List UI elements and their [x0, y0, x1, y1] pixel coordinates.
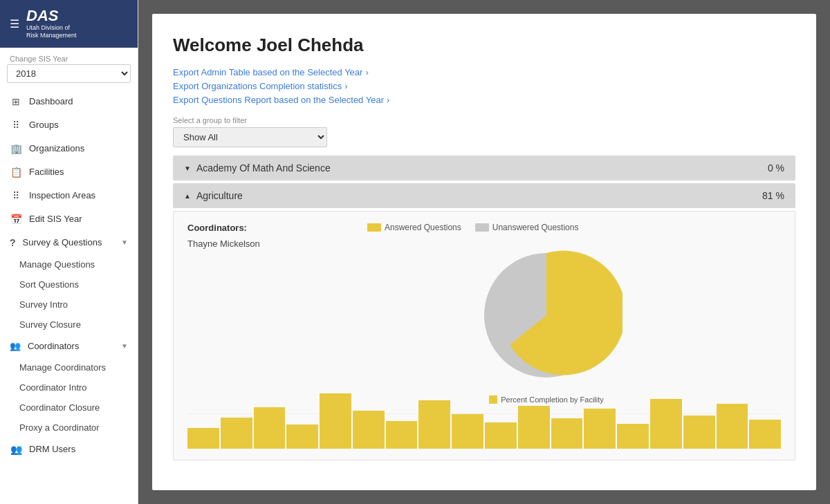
sidebar-sub-manage-coordinators[interactable]: Manage Coordinators [0, 357, 138, 377]
sidebar-item-label: Organizations [29, 143, 84, 153]
filter-label: Select a group to filter [173, 116, 795, 124]
bar-col [386, 421, 418, 449]
sidebar-sub-sort-questions[interactable]: Sort Questions [0, 274, 138, 295]
sidebar-item-label: Dashboard [29, 96, 73, 106]
bar-col [650, 399, 682, 449]
sidebar-item-groups[interactable]: ⠿ Groups [0, 113, 138, 137]
bar-col [187, 428, 219, 449]
bar-col [749, 420, 781, 449]
accordion-row-agriculture[interactable]: ▲ Agriculture 81 % [173, 183, 795, 208]
coordinator-name: Thayne Mickelson [187, 239, 298, 249]
accordion-label: Academy Of Math And Science [196, 162, 331, 174]
legend-answered-color [367, 223, 381, 232]
accordion-expanded-agriculture: Coordinators: Thayne Mickelson Answered … [173, 211, 795, 460]
legend-unanswered: Unanswered Questions [475, 223, 579, 232]
welcome-title: Welcome Joel Chehda [173, 35, 795, 56]
bar-col [584, 409, 616, 449]
sidebar: ☰ DAS Utah Division of Risk Management C… [0, 0, 138, 504]
coordinators-section-left: 👥 Coordinators [10, 341, 79, 351]
sidebar-sub-proxy-coordinator[interactable]: Proxy a Coordinator [0, 418, 138, 438]
sidebar-section-survey[interactable]: ? Survey & Questions ▼ [0, 231, 138, 254]
bar-col [254, 407, 286, 449]
sidebar-item-label: Inspection Areas [29, 190, 95, 200]
group-filter-select[interactable]: Show All Academy Of Math And Science Agr… [173, 127, 327, 147]
accordion-collapse-icon: ▼ [184, 165, 191, 172]
sidebar-sub-coordinator-closure[interactable]: Coordinator Closure [0, 398, 138, 418]
sidebar-item-label: Facilities [29, 167, 64, 177]
accordion-percent: 0 % [768, 162, 784, 174]
bar-col [418, 400, 450, 449]
coordinators-icon: 👥 [10, 341, 21, 351]
drm-users-label: DRM Users [29, 444, 75, 454]
filter-section: Select a group to filter Show All Academ… [173, 116, 795, 147]
sidebar-item-inspection-areas[interactable]: ⠿ Inspection Areas [0, 184, 138, 207]
sidebar-item-label: Edit SIS Year [29, 214, 82, 224]
pie-legend: Percent Completion by Facility [489, 395, 604, 404]
drm-users-icon: 👥 [10, 444, 22, 455]
accordion-label: Agriculture [196, 190, 243, 201]
pie-chart [470, 239, 622, 391]
export-link-questions[interactable]: Export Questions Report based on the Sel… [173, 95, 795, 105]
sidebar-item-edit-sis-year[interactable]: 📅 Edit SIS Year [0, 207, 138, 231]
export-link-admin[interactable]: Export Admin Table based on the Selected… [173, 67, 795, 77]
coordinators-title: Coordinators: [187, 223, 298, 233]
logo: DAS Utah Division of Risk Management [26, 8, 77, 39]
survey-section-left: ? Survey & Questions [10, 237, 102, 248]
logo-subtitle: Utah Division of Risk Management [26, 24, 77, 39]
hamburger-icon[interactable]: ☰ [10, 17, 19, 30]
coordinators-section: Coordinators: Thayne Mickelson [187, 223, 298, 249]
facilities-icon: 📋 [10, 167, 22, 178]
survey-section-label: Survey & Questions [23, 237, 102, 248]
sis-year-select[interactable]: 2018 2017 2016 [7, 64, 131, 83]
bar-col [485, 422, 517, 449]
bar-col [221, 418, 252, 449]
sidebar-sub-coordinator-intro[interactable]: Coordinator Intro [0, 377, 138, 398]
sidebar-item-organizations[interactable]: 🏢 Organizations [0, 137, 138, 160]
inspection-areas-icon: ⠿ [10, 190, 22, 201]
bottom-bar [187, 421, 781, 449]
sidebar-sub-manage-questions[interactable]: Manage Questions [0, 254, 138, 274]
logo-das: DAS [26, 8, 77, 24]
main-wrapper: Welcome Joel Chehda Export Admin Table b… [138, 0, 830, 504]
legend-unanswered-color [475, 223, 489, 232]
bar-col [286, 424, 318, 449]
main-card: Welcome Joel Chehda Export Admin Table b… [152, 14, 816, 490]
chart-legend: Answered Questions Unanswered Questions [367, 223, 578, 232]
bar-col [617, 424, 649, 449]
chevron-right-icon: › [387, 95, 389, 105]
accordion-percent: 81 % [762, 190, 784, 201]
legend-answered: Answered Questions [367, 223, 461, 232]
bar-col [717, 404, 748, 449]
main-outer: Welcome Joel Chehda Export Admin Table b… [138, 0, 830, 504]
chart-section: Answered Questions Unanswered Questions [312, 223, 781, 404]
sidebar-item-drm-users[interactable]: 👥 DRM Users [0, 438, 138, 461]
export-link-organizations[interactable]: Export Organizations Completion statisti… [173, 81, 795, 91]
sidebar-item-facilities[interactable]: 📋 Facilities [0, 160, 138, 184]
bar-chart-section [187, 413, 781, 449]
accordion-expand-icon: ▲ [184, 192, 191, 200]
pie-svg [470, 239, 622, 391]
sis-year-label: Change SIS Year [0, 48, 138, 64]
edit-sis-year-icon: 📅 [10, 214, 22, 225]
sidebar-sub-survey-intro[interactable]: Survey Intro [0, 295, 138, 315]
survey-chevron-icon: ▼ [121, 239, 128, 246]
accordion-row-academy[interactable]: ▼ Academy Of Math And Science 0 % [173, 156, 795, 180]
expanded-content: Coordinators: Thayne Mickelson Answered … [187, 223, 781, 404]
pie-legend-dot [489, 395, 497, 404]
organizations-icon: 🏢 [10, 143, 22, 154]
coordinators-chevron-icon: ▼ [121, 342, 128, 350]
sidebar-section-coordinators[interactable]: 👥 Coordinators ▼ [0, 335, 138, 357]
chevron-right-icon: › [344, 81, 347, 91]
coordinators-section-label: Coordinators [28, 341, 79, 351]
sidebar-item-dashboard[interactable]: ⊞ Dashboard [0, 90, 138, 113]
bar-col [683, 416, 715, 449]
bar-col [353, 411, 385, 449]
dashboard-icon: ⊞ [10, 96, 22, 107]
sidebar-header: ☰ DAS Utah Division of Risk Management [0, 0, 138, 48]
chevron-right-icon: › [365, 67, 368, 77]
sidebar-item-label: Groups [29, 120, 59, 130]
survey-icon: ? [10, 237, 16, 248]
sidebar-sub-survey-closure[interactable]: Survey Closure [0, 315, 138, 335]
bar-col [320, 393, 351, 449]
bar-col [551, 418, 583, 449]
